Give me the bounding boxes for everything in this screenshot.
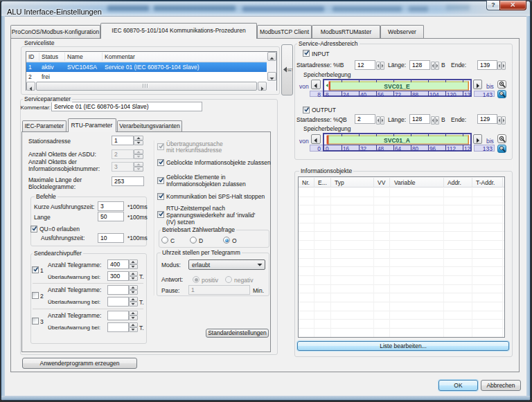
- svg-text:112: 112: [447, 146, 456, 152]
- svg-text:120: 120: [447, 91, 456, 97]
- svg-text:40: 40: [360, 91, 367, 97]
- svg-text:32: 32: [360, 146, 367, 152]
- svg-text:104: 104: [429, 91, 439, 97]
- svg-text:SVC01_E: SVC01_E: [384, 82, 410, 89]
- svg-text:72: 72: [395, 91, 402, 97]
- svg-text:12: 12: [464, 146, 470, 152]
- svg-text:SET: SET: [287, 68, 293, 72]
- svg-text:88: 88: [412, 91, 419, 97]
- svg-text:13: 13: [464, 91, 470, 97]
- svg-text:24: 24: [343, 91, 350, 97]
- svg-text:48: 48: [378, 146, 384, 152]
- svg-text:96: 96: [429, 146, 436, 152]
- svg-text:80: 80: [412, 146, 419, 152]
- svg-text:16: 16: [343, 146, 350, 152]
- svg-text:56: 56: [378, 91, 384, 97]
- svg-text:8: 8: [326, 91, 329, 97]
- svg-text:0: 0: [326, 146, 329, 152]
- svg-text:64: 64: [395, 146, 402, 152]
- svg-text:SVC01_A: SVC01_A: [384, 137, 410, 144]
